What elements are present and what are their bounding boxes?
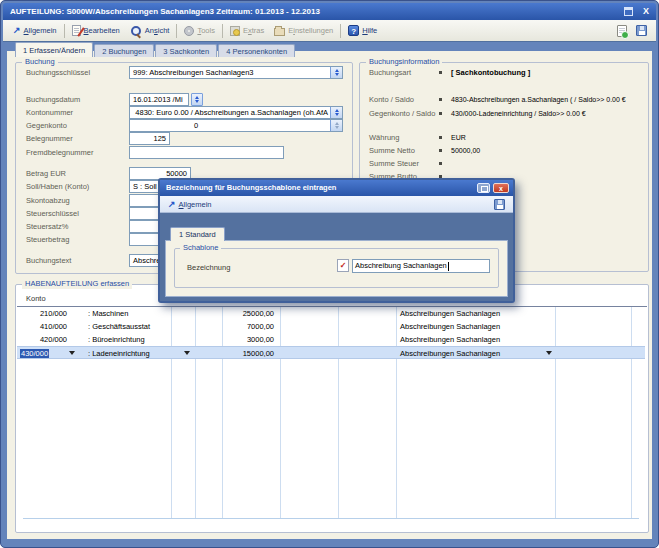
menu-einstellungen[interactable]: Einstellungen [269, 22, 338, 40]
cell-buchungstext: Abschreibungen Sachanlagen [400, 347, 500, 360]
gegenkonto-combo[interactable]: 0 [129, 119, 343, 132]
menu-label: Tools [197, 26, 215, 35]
buchungsdatum-input[interactable]: 16.01.2013 /Mi [129, 93, 189, 106]
table-header-konto: Konto [26, 294, 46, 303]
menu-bearbeiten[interactable]: Bearbeiten [67, 22, 125, 40]
window-titlebar[interactable]: AUFTEILUNG: S000W/Abschreibungen Sachanl… [3, 3, 656, 20]
spinner-button[interactable] [330, 107, 342, 118]
cell-buchungstext: Abschreibungen Sachanlagen [400, 333, 500, 346]
dialog-menu-allgemein[interactable]: ↗ Allgemein [168, 195, 217, 213]
dropdown-icon[interactable] [69, 351, 75, 355]
field-label: Fremdbelegnummer [26, 146, 94, 159]
cell-konto-name: : Maschinen [88, 307, 128, 320]
fremdbelegnummer-input[interactable] [129, 146, 284, 159]
cell-nettobetrag: 15000,00 [197, 347, 274, 360]
help-icon: ? [348, 25, 359, 36]
buchungsschluessel-combo[interactable]: 999: Abschreibungen Sachanlagen3 [129, 66, 343, 79]
cell-nettobetrag: 25000,00 [197, 307, 274, 320]
menu-label: Allgemein [24, 26, 57, 35]
menu-hilfe[interactable]: ? Hilfe [343, 22, 382, 40]
menu-ansicht[interactable]: Ansicht [125, 22, 175, 40]
selected-text: 430/000 [20, 349, 49, 358]
close-icon[interactable]: X [643, 3, 649, 20]
validate-check-button[interactable]: ✓ [337, 259, 349, 272]
edit-pad-icon [72, 25, 81, 36]
cell-konto: 410/000 [21, 320, 67, 333]
field-label: Kontonummer [26, 106, 73, 119]
tab-buchungen[interactable]: 2 Buchungen [94, 44, 154, 57]
field-label: Buchungsschlüssel [26, 66, 90, 79]
field-label: Buchungstext [26, 254, 71, 267]
menu-label: Einstellungen [288, 26, 333, 35]
restore-icon[interactable] [624, 7, 633, 16]
cell-konto: 420/000 [21, 333, 67, 346]
cell-buchungstext: Abschreibungen Sachanlagen [400, 307, 500, 320]
tab-sachkonten[interactable]: 3 Sachkonten [155, 44, 217, 57]
bullet-icon [439, 98, 442, 101]
table-row[interactable]: 410/000 : Geschäftsausstat 7000,00 Absch… [17, 320, 645, 333]
dialog-client-area: 1 Standard Schablone Bezeichnung ✓ Absch… [160, 213, 513, 301]
table-row[interactable]: 420/000 : Büroeinrichtung 3000,00 Abschr… [17, 333, 645, 346]
save-button[interactable] [636, 25, 647, 36]
field-label: Skontoabzug [26, 194, 70, 207]
input-value: Abschreibung Sachanlagen [355, 261, 447, 270]
info-label: Währung [369, 132, 399, 143]
cell-konto-editing[interactable]: 430/000 [20, 347, 66, 360]
info-label: Konto / Saldo [369, 94, 414, 105]
info-value: [ Sachkontobuchung ] [451, 67, 530, 78]
cell-buchungstext: Abschreibungen Sachanlagen [400, 320, 500, 333]
dialog-save-button[interactable] [494, 199, 505, 210]
info-label: Gegenkonto / Saldo [369, 108, 435, 119]
menu-tools[interactable]: Tools [179, 22, 220, 40]
dialog-title: Bezeichnung für Buchungsschablone eintra… [166, 183, 336, 192]
field-label: Belegnummer [26, 132, 73, 145]
bullet-icon [439, 112, 442, 115]
date-spinner-button[interactable] [191, 93, 203, 106]
new-entry-button[interactable] [617, 25, 627, 37]
menu-allgemein[interactable]: ↗ Allgemein [8, 22, 62, 40]
info-value: 4830-Abschreibungen a.Sachanlagen ( / Sa… [451, 94, 626, 105]
menu-label: Extras [243, 26, 264, 35]
field-label: Betrag EUR [26, 167, 66, 180]
summary-line [23, 518, 639, 519]
dropdown-icon[interactable] [546, 351, 552, 355]
table-row[interactable]: 210/000 : Maschinen 25000,00 Abschreibun… [17, 307, 645, 320]
input-value: S : Soll [133, 182, 157, 191]
info-label: Buchungsart [369, 67, 411, 78]
bezeichnung-label: Bezeichnung [187, 263, 230, 272]
dialog-tab-standard[interactable]: 1 Standard [170, 227, 225, 241]
dialog-restore-icon[interactable] [477, 183, 490, 193]
spinner-button-disabled [330, 120, 342, 131]
bullet-icon [439, 149, 442, 152]
dropdown-icon[interactable] [184, 351, 190, 355]
combo-value: 999: Abschreibungen Sachanlagen3 [133, 68, 254, 77]
tab-personenkonten[interactable]: 4 Personenkonten [218, 44, 295, 57]
field-label: Soll/Haben (Konto) [26, 180, 89, 193]
spinner-button[interactable] [330, 67, 342, 78]
info-value: 430/000-Ladeneinrichtung / Saldo>> 0.00 … [451, 108, 586, 119]
tab-erfassen-aendern[interactable]: 1 Erfassen/Ändern [15, 42, 93, 57]
dialog-close-icon[interactable]: x [493, 183, 509, 193]
dialog-menubar: ↗ Allgemein [160, 196, 513, 213]
info-value: 50000,00 [451, 145, 480, 156]
groupbox-caption: Schablone [180, 243, 221, 253]
cell-nettobetrag: 3000,00 [197, 333, 274, 346]
bezeichnung-input[interactable]: Abschreibung Sachanlagen [352, 259, 490, 273]
input-value: 16.01.2013 /Mi [133, 95, 183, 104]
menu-label: Ansicht [145, 26, 170, 35]
belegnummer-input[interactable]: 125 [129, 132, 170, 145]
cell-konto-name: : Büroeinrichtung [88, 333, 145, 346]
table-row-selected[interactable]: 430/000 : Ladeneinrichtung 15000,00 Absc… [17, 346, 645, 359]
dialog-titlebar[interactable]: Bezeichnung für Buchungsschablone eintra… [160, 180, 513, 196]
app-window: AUFTEILUNG: S000W/Abschreibungen Sachanl… [0, 0, 659, 548]
info-label: Summe Steuer [369, 158, 419, 169]
magnifier-icon [130, 25, 142, 37]
field-label: Steuersatz% [26, 220, 69, 233]
bullet-icon [439, 136, 442, 139]
menu-extras[interactable]: Extras [225, 22, 269, 40]
field-label: Steuerschlüssel [26, 207, 79, 220]
arrow-up-right-icon: ↗ [13, 26, 21, 35]
kontonummer-combo[interactable]: 4830: Euro 0.00 / Abschreibungen a.Sacha… [129, 106, 343, 119]
bullet-icon [439, 162, 442, 165]
cell-nettobetrag: 7000,00 [197, 320, 274, 333]
